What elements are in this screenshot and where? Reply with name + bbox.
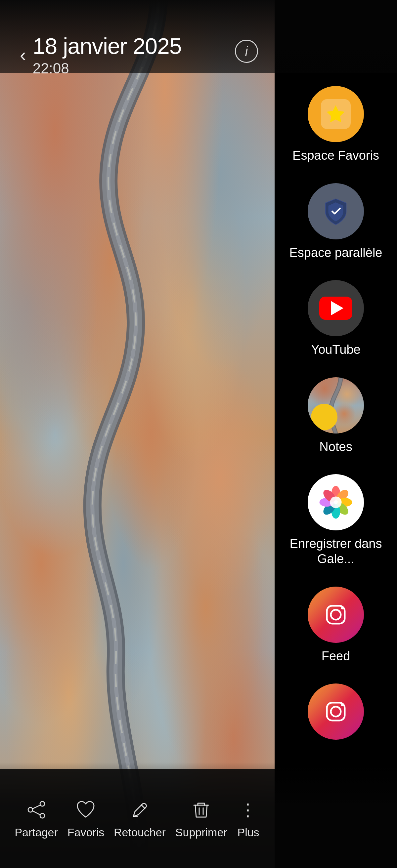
youtube-play-icon (319, 297, 352, 320)
parallele-label: Espace parallèle (289, 245, 383, 260)
bottom-toolbar: Partager Favoris Retoucher (0, 769, 275, 868)
edit-icon (128, 798, 152, 822)
app-instagram-feed[interactable]: Feed (308, 587, 364, 664)
instagram-feed-icon-circle (308, 587, 364, 643)
svg-point-18 (40, 813, 45, 818)
app-espace-favoris[interactable]: Espace Favoris (293, 86, 379, 163)
svg-line-20 (32, 811, 40, 815)
play-triangle (331, 301, 343, 315)
app-galerie[interactable]: Enregistrer dans Gale... (275, 474, 397, 566)
toolbar-partager[interactable]: Partager (14, 798, 58, 839)
info-button[interactable]: i (235, 40, 258, 63)
right-sidebar: Espace Favoris Espace parallèle YouTube (275, 0, 397, 868)
toolbar-retoucher[interactable]: Retoucher (114, 798, 166, 839)
galerie-label: Enregistrer dans Gale... (275, 536, 397, 566)
toolbar-supprimer[interactable]: Supprimer (175, 798, 227, 839)
svg-point-9 (330, 497, 341, 508)
feed-label: Feed (322, 649, 350, 664)
toolbar-plus[interactable]: ⋮ Plus (237, 798, 260, 839)
plus-label: Plus (237, 826, 259, 839)
header-date: 18 janvier 2025 (33, 33, 182, 59)
parallele-icon-circle (308, 183, 364, 239)
shield-svg (321, 196, 351, 226)
svg-line-19 (32, 805, 40, 809)
notes-label: Notes (319, 439, 352, 455)
more-icon: ⋮ (237, 798, 260, 822)
svg-point-12 (341, 607, 344, 610)
svg-point-11 (331, 610, 341, 620)
app-espace-parallele[interactable]: Espace parallèle (289, 183, 383, 260)
header: ‹ 18 janvier 2025 22:08 (20, 33, 182, 77)
road-svg (0, 0, 275, 868)
flower-icon (317, 484, 354, 521)
more-dots: ⋮ (239, 800, 258, 820)
supprimer-label: Supprimer (175, 826, 227, 839)
favoris-label: Espace Favoris (293, 148, 379, 163)
heart-icon (74, 798, 97, 822)
favoris-icon-circle (308, 86, 364, 142)
app-notes[interactable]: Notes (308, 377, 364, 455)
youtube-label: YouTube (311, 342, 360, 358)
app-youtube[interactable]: YouTube (308, 280, 364, 358)
retoucher-label: Retoucher (114, 826, 166, 839)
app-instagram-story[interactable] (308, 683, 364, 746)
favoris-star-icon (321, 99, 351, 129)
svg-point-14 (331, 707, 341, 717)
youtube-icon-circle (308, 280, 364, 336)
back-button[interactable]: ‹ (20, 45, 26, 64)
svg-marker-0 (327, 105, 345, 122)
svg-line-21 (141, 805, 145, 808)
partager-label: Partager (14, 826, 58, 839)
toolbar-favoris[interactable]: Favoris (67, 798, 104, 839)
trash-icon (189, 798, 213, 822)
instagram-camera-icon (321, 600, 351, 629)
notes-yellow-dot (311, 404, 337, 430)
header-time: 22:08 (33, 60, 182, 77)
favoris-toolbar-label: Favoris (67, 826, 104, 839)
svg-point-15 (341, 704, 344, 706)
notes-icon-circle (308, 377, 364, 434)
date-block: 18 janvier 2025 22:08 (33, 33, 182, 77)
galerie-icon-circle (308, 474, 364, 530)
instagram-story-camera-icon (321, 697, 351, 726)
instagram-story-icon-circle (308, 683, 364, 740)
photo-container (0, 0, 275, 868)
svg-point-17 (28, 807, 33, 812)
share-icon (25, 798, 48, 822)
svg-point-16 (40, 802, 45, 806)
header-back-row: ‹ 18 janvier 2025 22:08 (20, 33, 182, 77)
